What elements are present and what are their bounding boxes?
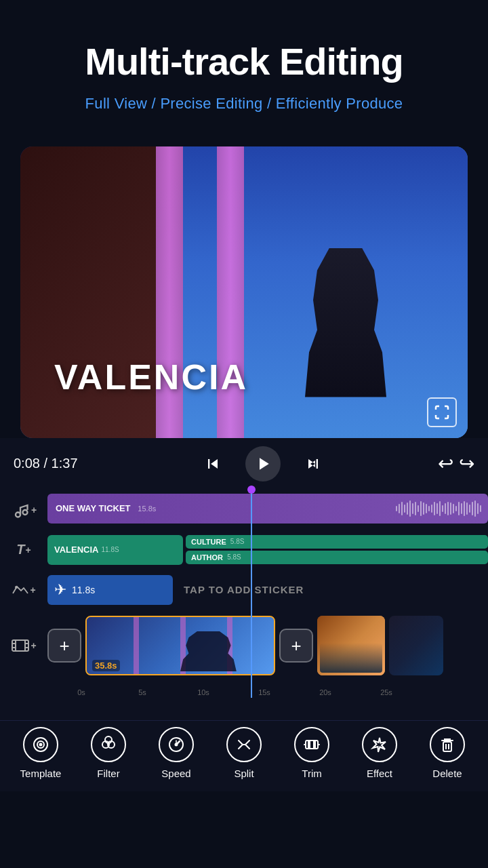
timeline-tracks-wrapper: + ONE WAY TICKET 15.8s xyxy=(0,490,488,698)
text-segment-author[interactable]: AUTHOR 5.8s xyxy=(186,551,488,564)
add-clip-before-button[interactable]: + xyxy=(47,629,81,663)
undo-redo-controls: ↩ ↪ xyxy=(438,452,474,475)
text-segment-valencia[interactable]: VALENCIA 11.8s xyxy=(47,535,183,565)
video-track-content: + 35.8s + xyxy=(47,613,488,678)
video-clip-duration: 35.8s xyxy=(92,660,120,671)
timeline-ruler: 0s 5s 10s 15s 20s 25s xyxy=(0,682,488,698)
timeline-controls: 0:08 / 1:37 ↩ ↪ xyxy=(0,438,488,490)
split-label: Split xyxy=(234,768,253,779)
svg-point-17 xyxy=(176,744,178,746)
toolbar-speed[interactable]: Speed xyxy=(149,727,203,779)
ruler-marks: 0s 5s 10s 15s 20s 25s xyxy=(81,682,441,698)
timeline-area: + ONE WAY TICKET 15.8s xyxy=(0,490,488,720)
effect-label: Effect xyxy=(367,768,392,779)
video-track-icon: + xyxy=(0,637,47,654)
main-title: Multi-track Editing xyxy=(27,41,461,83)
toolbar-delete[interactable]: Delete xyxy=(420,727,474,779)
ruler-15s: 15s xyxy=(258,688,270,696)
trim-icon xyxy=(294,727,329,762)
video-title-overlay: VALENCIA xyxy=(54,357,248,397)
video-preview-container: VALENCIA xyxy=(20,146,468,438)
subtitle: Full View / Precise Editing / Efficientl… xyxy=(27,95,461,113)
video-clip-extra2[interactable] xyxy=(389,616,443,675)
video-clip-extra[interactable] xyxy=(317,616,385,675)
trim-label: Trim xyxy=(302,768,321,779)
audio-track-icon: + xyxy=(0,500,47,519)
svg-rect-3 xyxy=(12,640,28,651)
tap-sticker-label: TAP TO ADD STICKER xyxy=(184,584,304,595)
speed-icon xyxy=(159,727,194,762)
filter-label: Filter xyxy=(97,768,119,779)
text-track-row: T + VALENCIA 11.8s CULTURE 5.8s AUTHOR 5… xyxy=(0,530,488,570)
redo-button[interactable]: ↪ xyxy=(459,452,474,475)
text-segment-culture[interactable]: CULTURE 5.8s xyxy=(186,535,488,549)
video-preview: VALENCIA xyxy=(20,146,468,438)
audio-waveform xyxy=(396,500,481,517)
skip-forward-button[interactable] xyxy=(301,452,325,476)
sticker-track-row: + ✈ 11.8s TAP TO ADD STICKER xyxy=(0,570,488,610)
svg-rect-20 xyxy=(443,742,451,751)
toolbar-template[interactable]: Template xyxy=(14,727,68,779)
toolbar-trim[interactable]: Trim xyxy=(285,727,339,779)
sticker-track-content: ✈ 11.8s TAP TO ADD STICKER xyxy=(47,575,488,605)
speed-label: Speed xyxy=(161,768,190,779)
add-clip-after-button[interactable]: + xyxy=(279,629,313,663)
svg-point-12 xyxy=(40,744,42,746)
ruler-20s: 20s xyxy=(319,688,331,696)
audio-track-segment[interactable]: ONE WAY TICKET 15.8s xyxy=(47,494,488,524)
template-icon xyxy=(23,727,58,762)
svg-point-2 xyxy=(15,586,18,589)
audio-track-content: ONE WAY TICKET 15.8s xyxy=(47,494,488,526)
bottom-toolbar: Template Filter Speed xyxy=(0,720,488,791)
sticker-icon: ✈ xyxy=(54,581,66,599)
split-icon xyxy=(226,727,262,762)
svg-rect-19 xyxy=(306,741,318,749)
svg-point-1 xyxy=(22,510,27,515)
effect-icon xyxy=(362,727,397,762)
audio-track-label: ONE WAY TICKET 15.8s xyxy=(56,503,156,513)
playback-controls xyxy=(201,446,325,481)
text-segment-sub-wrap: CULTURE 5.8s AUTHOR 5.8s xyxy=(186,535,488,565)
text-track-icon: T + xyxy=(0,542,47,557)
sticker-duration: 11.8s xyxy=(72,585,95,595)
delete-icon xyxy=(430,727,465,762)
template-label: Template xyxy=(20,768,62,779)
video-track-row: + + 35.8s + xyxy=(0,610,488,682)
undo-button[interactable]: ↩ xyxy=(438,452,453,475)
person-silhouette xyxy=(305,248,386,397)
delete-label: Delete xyxy=(432,768,462,779)
text-track-content: VALENCIA 11.8s CULTURE 5.8s AUTHOR 5.8s xyxy=(47,535,488,565)
ruler-10s: 10s xyxy=(197,688,209,696)
sticker-segment[interactable]: ✈ 11.8s xyxy=(47,575,173,605)
video-clip-main[interactable]: 35.8s xyxy=(85,616,275,675)
tap-sticker-area[interactable]: TAP TO ADD STICKER xyxy=(176,575,488,605)
time-display: 0:08 / 1:37 xyxy=(14,456,88,471)
toolbar-split[interactable]: Split xyxy=(217,727,271,779)
play-button[interactable] xyxy=(245,446,281,481)
filter-icon xyxy=(91,727,126,762)
toolbar-filter[interactable]: Filter xyxy=(81,727,136,779)
sticker-track-icon: + xyxy=(0,583,47,597)
audio-track-row: + ONE WAY TICKET 15.8s xyxy=(0,490,488,530)
ruler-25s: 25s xyxy=(380,688,392,696)
fullscreen-button[interactable] xyxy=(427,397,457,427)
ruler-0s: 0s xyxy=(77,688,85,696)
skip-back-button[interactable] xyxy=(201,452,225,476)
header-section: Multi-track Editing Full View / Precise … xyxy=(0,0,488,133)
toolbar-effect[interactable]: Effect xyxy=(352,727,407,779)
ruler-5s: 5s xyxy=(138,688,146,696)
